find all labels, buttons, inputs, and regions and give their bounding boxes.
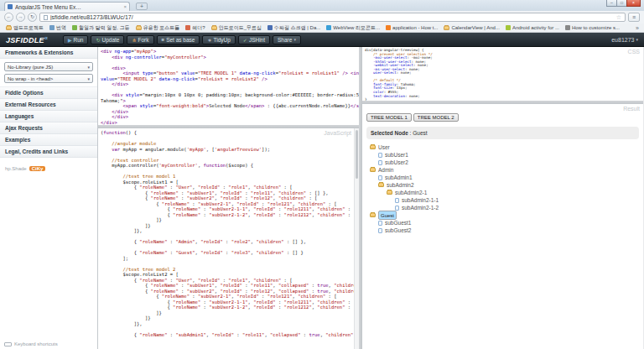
tree-node-label: subAdmin1 bbox=[385, 174, 413, 180]
tree-node[interactable]: subAdmin2-1-2 bbox=[366, 204, 639, 211]
bookmark-label: application - How t... bbox=[392, 25, 438, 30]
file-icon bbox=[378, 175, 382, 180]
bookmark-item[interactable]: CalendarView | And... bbox=[441, 25, 501, 30]
promo-text: hp.Shade bbox=[5, 166, 27, 171]
result-tree: UsersubUser1subUser2AdminsubAdmin1subAdm… bbox=[366, 143, 639, 234]
code-line[interactable]: { "roleName" : "subUser2-1-2", "roleId" … bbox=[101, 305, 356, 310]
fork-button[interactable]: ⋔Fork bbox=[127, 35, 153, 44]
tree-node[interactable]: subAdmin2-1-1 bbox=[366, 196, 639, 204]
address-bar[interactable]: jsfiddle.net/eu81273/8LWUc/17/ ☆ bbox=[39, 13, 626, 22]
code-line[interactable]: <div style="margin:10px 0 10px 0; paddin… bbox=[101, 92, 356, 98]
wrap-select[interactable]: No wrap - in <head> ▾ bbox=[4, 74, 93, 83]
tree-node[interactable]: User bbox=[366, 143, 639, 151]
bookmark-star-icon[interactable]: ☆ bbox=[616, 14, 621, 21]
keyboard-shortcuts-link[interactable]: Keyboard shortcuts bbox=[4, 341, 58, 346]
js-scrollbar-thumb[interactable] bbox=[356, 130, 358, 179]
tree-model-button[interactable]: TREE MODEL 2 bbox=[413, 113, 459, 122]
tree-node-label: subAdmin2-1-2 bbox=[402, 205, 439, 211]
bookmarks-overflow-icon[interactable]: » bbox=[634, 25, 641, 31]
sidebar-section-frameworks[interactable]: Frameworks & Extensions bbox=[0, 47, 97, 59]
tidyup-icon: ∗ bbox=[207, 37, 211, 43]
bookmark-item[interactable]: Android activity for ... bbox=[503, 25, 562, 30]
tree-node[interactable]: Admin bbox=[366, 166, 639, 174]
close-button[interactable]: × bbox=[626, 0, 641, 7]
sidebar-section-header[interactable]: Legal, Credits and Links bbox=[0, 146, 97, 158]
browser-toolbar: ← → ↻ jsfiddle.net/eu81273/8LWUc/17/ ☆ ≡ bbox=[0, 11, 644, 23]
url-text: jsfiddle.net/eu81273/8LWUc/17/ bbox=[50, 14, 614, 20]
bookmark-item[interactable]: 안드로이드_무료심 bbox=[209, 24, 264, 32]
sidebar-section-header[interactable]: External Resources bbox=[0, 99, 97, 111]
run-icon: ▶ bbox=[68, 37, 72, 43]
bookmark-label: How to customize s... bbox=[572, 25, 620, 30]
folder-icon bbox=[370, 213, 376, 217]
tree-node-label: subAdmin2-1 bbox=[395, 190, 427, 195]
folder-icon bbox=[387, 190, 392, 195]
tree-node-label: subGuest2 bbox=[385, 227, 411, 233]
tidyup-button[interactable]: ∗TidyUp bbox=[202, 35, 235, 44]
share-button[interactable]: Share▾ bbox=[273, 35, 301, 44]
tree-node[interactable]: subAdmin2 bbox=[366, 181, 639, 189]
html-editor-panel: <div ng-app="myApp"> <div ng-controller=… bbox=[98, 47, 359, 125]
tab-close-icon[interactable]: × bbox=[123, 4, 127, 9]
update-button[interactable]: ↻Update bbox=[91, 35, 124, 44]
username: eu81273 bbox=[611, 37, 634, 43]
html-code[interactable]: <div ng-app="myApp"> <div ng-controller=… bbox=[98, 47, 359, 125]
file-icon bbox=[378, 228, 382, 233]
bookmark-label: WebView 리모콘트... bbox=[333, 24, 380, 32]
result-panel: TREE MODEL 1TREE MODEL 2 Selected Node :… bbox=[362, 104, 643, 349]
sidebar-promo[interactable]: hp.Shade CiKy bbox=[5, 166, 92, 171]
jsfiddle-favicon bbox=[8, 4, 13, 9]
tree-node-label: subGuest1 bbox=[385, 220, 411, 226]
tree-node[interactable]: subGuest2 bbox=[366, 227, 639, 234]
browser-tab[interactable]: AngularJS Tree Menu Ex… × bbox=[4, 2, 130, 11]
sidebar-section-header[interactable]: Ajax Requests bbox=[0, 122, 97, 134]
editor-area: <div ng-app="myApp"> <div ng-controller=… bbox=[98, 47, 644, 349]
browser-menu-button[interactable]: ≡ bbox=[628, 13, 640, 22]
jshint-button[interactable]: ✓JSHint bbox=[238, 35, 270, 44]
bookmark-favicon bbox=[326, 25, 331, 30]
sidebar-section-header[interactable]: Fiddle Options bbox=[0, 87, 97, 99]
back-button[interactable]: ← bbox=[4, 13, 13, 22]
sidebar-section-header[interactable]: Examples bbox=[0, 134, 97, 146]
bookmark-item[interactable]: 번역 bbox=[47, 24, 69, 32]
bookmark-favicon bbox=[565, 25, 570, 30]
chevron-down-icon: ▾ bbox=[636, 37, 638, 42]
tree-node[interactable]: subUser1 bbox=[366, 151, 639, 159]
bookmark-item[interactable]: 할일과 달력 일정, 그등 bbox=[70, 24, 132, 32]
reload-button[interactable]: ↻ bbox=[28, 13, 37, 22]
set-as-base-button[interactable]: ■Set as base bbox=[157, 35, 200, 44]
bookmark-item[interactable]: WebView 리모콘트... bbox=[324, 24, 382, 32]
bookmarks-items: 앱드프로젝트번역할일과 달력 일정, 그등유용한 포스트들헤더?안드로이드_무료… bbox=[3, 24, 634, 32]
bookmark-item[interactable]: How to customize s... bbox=[563, 25, 622, 30]
tree-node[interactable]: subGuest1 bbox=[366, 219, 639, 227]
tree-node[interactable]: Guest bbox=[366, 211, 639, 219]
jsfiddle-logo[interactable]: JSFIDDLEα bbox=[6, 35, 48, 44]
chevron-down-icon: ▾ bbox=[293, 37, 296, 42]
sidebar-section-header[interactable]: Languages bbox=[0, 111, 97, 122]
tree-node[interactable]: subAdmin2-1 bbox=[366, 189, 639, 196]
bookmark-item[interactable]: 앱드프로젝트 bbox=[3, 24, 46, 32]
tree-node[interactable]: subUser2 bbox=[366, 159, 639, 166]
jshint-icon: ✓ bbox=[243, 37, 247, 43]
result-panel-label: Result bbox=[623, 106, 640, 112]
js-code[interactable]: (function() { //angular module var myApp… bbox=[98, 128, 359, 339]
code-line[interactable]: { "roleName" : "subAdmin1", "roleId" : "… bbox=[101, 332, 356, 338]
bookmark-item[interactable]: 수짜길 스크랩 | Da... bbox=[265, 24, 323, 32]
bookmark-favicon bbox=[49, 25, 55, 30]
framework-select[interactable]: No-Library (pure JS) ▾ bbox=[4, 62, 93, 71]
new-tab-button[interactable]: + bbox=[136, 3, 148, 10]
fiddle-toolbar-buttons: ▶Run↻Update⋔Fork■Set as base∗TidyUp✓JSHi… bbox=[63, 35, 301, 44]
bookmark-item[interactable]: 헤더? bbox=[183, 24, 207, 32]
css-code[interactable]: div[data-angular-treeview] { /* prevent … bbox=[362, 47, 643, 101]
tree-model-button[interactable]: TREE MODEL 1 bbox=[366, 113, 412, 122]
page-icon bbox=[44, 15, 48, 20]
code-line[interactable]: <span style="font-weight:bold">Selected … bbox=[101, 103, 356, 109]
run-button[interactable]: ▶Run bbox=[63, 35, 89, 44]
user-menu[interactable]: eu81273 ▾ bbox=[611, 37, 638, 43]
bookmark-item[interactable]: application - How t... bbox=[383, 25, 440, 30]
tree-node-label: subUser1 bbox=[385, 152, 408, 158]
tree-node[interactable]: subAdmin1 bbox=[366, 174, 639, 181]
forward-button[interactable]: → bbox=[16, 13, 25, 22]
bookmark-item[interactable]: 유용한 포스트들 bbox=[133, 24, 183, 32]
tree-node-label: Guest bbox=[378, 211, 397, 220]
